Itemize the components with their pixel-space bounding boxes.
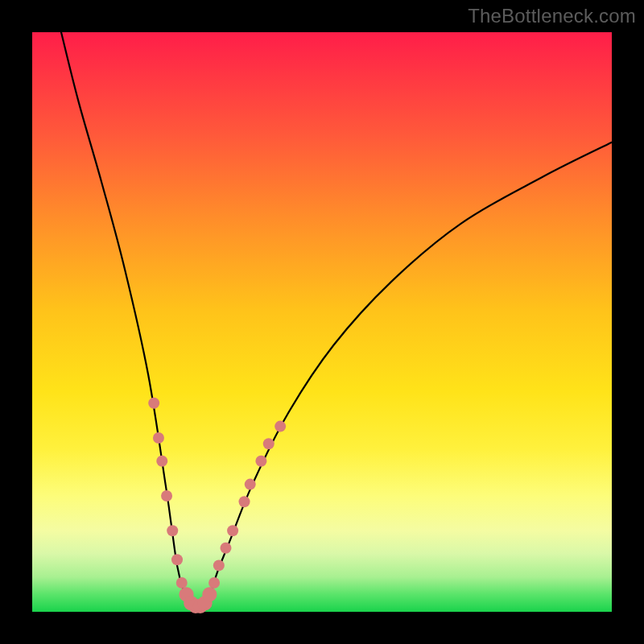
curve-marker [202, 587, 217, 601]
curve-marker [220, 543, 231, 554]
chart-svg [32, 32, 612, 612]
curve-marker [208, 577, 220, 588]
bottleneck-curve [61, 32, 612, 607]
curve-marker [167, 525, 178, 536]
curve-marker [176, 577, 188, 588]
curve-marker [161, 490, 172, 502]
curve-marker [148, 398, 159, 409]
curve-marker [239, 496, 250, 507]
curve-marker [263, 438, 275, 449]
curve-marker [245, 479, 256, 490]
curve-marker [171, 554, 183, 565]
watermark-text: TheBottleneck.com [468, 5, 636, 27]
curve-marker [156, 456, 167, 467]
curve-marker [153, 432, 164, 444]
plot-area [32, 32, 612, 612]
curve-marker [255, 456, 266, 467]
curve-marker [227, 525, 238, 536]
chart-frame: TheBottleneck.com [0, 0, 644, 644]
curve-marker [275, 421, 286, 432]
curve-marker [213, 559, 225, 571]
